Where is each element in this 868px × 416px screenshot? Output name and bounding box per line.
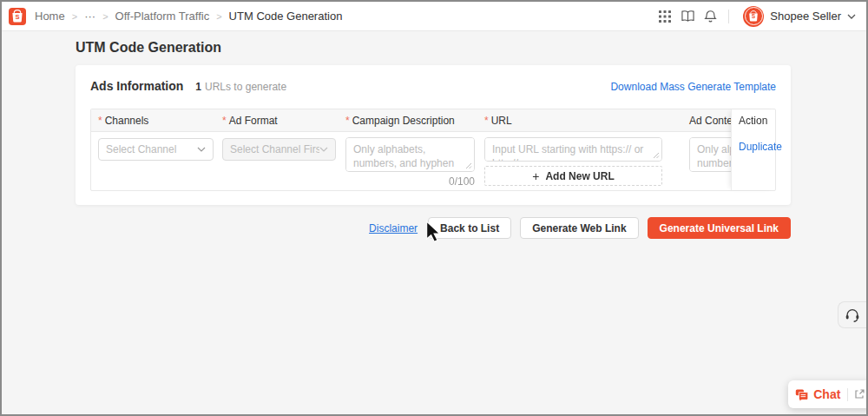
support-helper-button[interactable] xyxy=(838,301,866,328)
svg-text:S: S xyxy=(752,14,756,20)
popout-icon xyxy=(854,389,865,399)
breadcrumb-home[interactable]: Home xyxy=(35,10,65,23)
chat-bubbles-icon xyxy=(795,387,808,402)
breadcrumb-off-platform-traffic[interactable]: Off-Platform Traffic xyxy=(115,10,210,23)
campaign-char-counter: 0/100 xyxy=(345,175,475,188)
screen: S Home > ··· > Off-Platform Traffic > UT… xyxy=(0,0,868,416)
breadcrumb-separator: > xyxy=(102,11,108,22)
back-to-list-button[interactable]: Back to List xyxy=(428,217,511,239)
section-title: Ads Information xyxy=(90,79,183,93)
knowledge-book-icon[interactable] xyxy=(676,5,699,28)
chevron-down-icon xyxy=(197,147,206,152)
header-campaign-description: *Campaign Description xyxy=(345,109,455,132)
chat-label: Chat xyxy=(813,387,840,401)
page-title: UTM Code Generation xyxy=(76,40,221,56)
channel-select[interactable]: Select Channel xyxy=(98,138,214,161)
topbar-left: S Home > ··· > Off-Platform Traffic > UT… xyxy=(9,8,342,25)
breadcrumb-separator: > xyxy=(216,11,221,22)
topbar: S Home > ··· > Off-Platform Traffic > UT… xyxy=(2,2,866,31)
shopee-bag-glyph: S xyxy=(11,10,23,23)
headset-icon xyxy=(844,307,861,324)
ad-format-select-placeholder: Select Channel First xyxy=(230,143,319,155)
ads-information-card: Ads Information 1 URLs to generate Downl… xyxy=(76,65,791,205)
chat-divider xyxy=(847,388,848,401)
chevron-down-icon xyxy=(847,14,856,19)
url-field xyxy=(484,137,662,162)
chat-popout-button[interactable] xyxy=(853,387,865,401)
campaign-description-field xyxy=(345,137,475,172)
generate-web-link-button[interactable]: Generate Web Link xyxy=(520,217,638,239)
breadcrumb: Home > ··· > Off-Platform Traffic > UTM … xyxy=(35,10,342,23)
required-marker: * xyxy=(98,115,102,127)
account-name: Shopee Seller xyxy=(770,10,841,23)
topbar-right: S Shopee Seller xyxy=(654,5,856,28)
ad-content-input[interactable] xyxy=(689,137,733,172)
ads-table: *Channels *Ad Format *Campaign Descripti… xyxy=(90,109,776,191)
plus-icon: + xyxy=(532,170,539,182)
footer-actions: Disclaimer Back to List Generate Web Lin… xyxy=(369,217,791,239)
channel-select-placeholder: Select Channel xyxy=(106,143,197,155)
campaign-description-input[interactable] xyxy=(345,137,475,172)
apps-grid-icon[interactable] xyxy=(654,5,676,28)
duplicate-row-link[interactable]: Duplicate xyxy=(739,141,775,153)
notification-bell-icon[interactable] xyxy=(699,5,721,28)
topbar-divider xyxy=(728,10,729,23)
header-channels: *Channels xyxy=(98,109,148,132)
url-input[interactable] xyxy=(484,137,662,162)
chat-widget[interactable]: Chat xyxy=(788,380,868,408)
chevron-down-icon xyxy=(319,147,328,152)
required-marker: * xyxy=(345,115,350,127)
header-url: *URL xyxy=(484,109,512,132)
breadcrumb-separator: > xyxy=(72,11,77,22)
header-ad-format: *Ad Format xyxy=(222,109,278,132)
download-template-link[interactable]: Download Mass Generate Template xyxy=(610,81,776,93)
account-avatar: S xyxy=(743,6,764,27)
disclaimer-link[interactable]: Disclaimer xyxy=(369,222,418,234)
account-menu[interactable]: S Shopee Seller xyxy=(743,6,856,27)
card-header: Ads Information 1 URLs to generate Downl… xyxy=(76,65,791,93)
breadcrumb-current-page: UTM Code Generation xyxy=(229,10,343,23)
add-new-url-button[interactable]: + Add New URL xyxy=(484,166,662,186)
shopee-logo-icon[interactable]: S xyxy=(9,8,26,25)
required-marker: * xyxy=(222,115,227,127)
table-header-row: *Channels *Ad Format *Campaign Descripti… xyxy=(91,109,775,132)
ad-format-select[interactable]: Select Channel First xyxy=(222,138,336,161)
url-count: 1 xyxy=(195,81,201,93)
required-marker: * xyxy=(484,115,489,127)
ad-content-field xyxy=(689,137,733,174)
url-count-label: URLs to generate xyxy=(205,81,286,93)
action-column: Action Duplicate xyxy=(731,109,775,190)
breadcrumb-ellipsis[interactable]: ··· xyxy=(84,10,95,23)
header-action: Action xyxy=(732,109,775,132)
generate-universal-link-button[interactable]: Generate Universal Link xyxy=(648,217,791,239)
svg-text:S: S xyxy=(15,13,19,21)
